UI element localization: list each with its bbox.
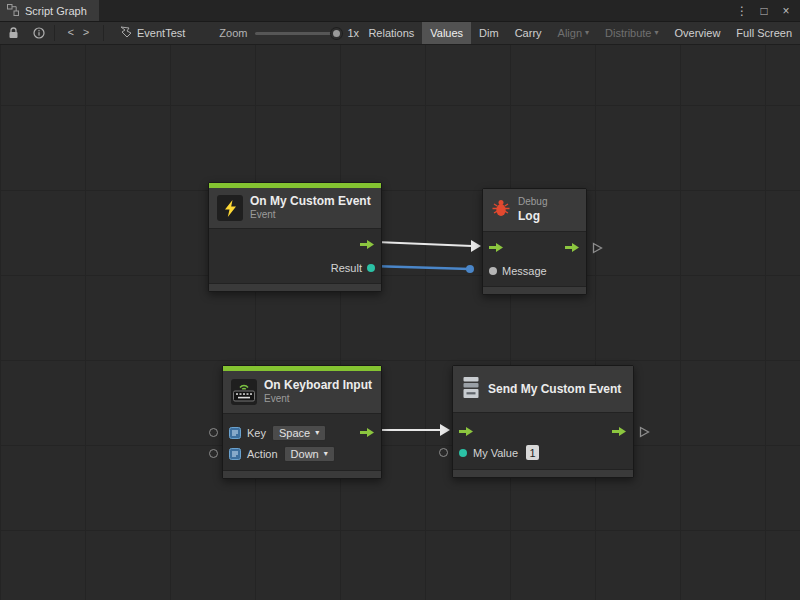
window-menu-icon[interactable]: ⋮ bbox=[733, 2, 751, 20]
node-header: On My Custom Event Event bbox=[209, 188, 381, 228]
node-title: Send My Custom Event bbox=[488, 382, 621, 396]
node-send-my-custom-event[interactable]: Send My Custom Event My Value 1 bbox=[452, 365, 634, 478]
script-graph-icon bbox=[7, 4, 19, 18]
code-view-button[interactable]: < > bbox=[57, 22, 101, 44]
chevron-down-icon: ▾ bbox=[585, 29, 589, 37]
tab-title: Script Graph bbox=[25, 5, 87, 17]
node-footer bbox=[483, 286, 586, 294]
unconnected-flow-indicator[interactable] bbox=[592, 242, 603, 254]
inspect-button[interactable] bbox=[26, 22, 52, 44]
flow-output-port[interactable] bbox=[360, 427, 375, 438]
my-value-input-port[interactable] bbox=[459, 449, 467, 457]
node-footer bbox=[453, 469, 633, 477]
chevron-down-icon: ▾ bbox=[324, 450, 328, 458]
full-screen-button[interactable]: Full Screen bbox=[728, 22, 800, 44]
press-state-type-icon bbox=[229, 448, 241, 460]
flow-output-port[interactable] bbox=[565, 242, 580, 253]
result-output-port[interactable] bbox=[367, 264, 375, 272]
key-port-label: Key bbox=[247, 427, 266, 439]
graph-canvas[interactable] bbox=[0, 45, 800, 600]
carry-button[interactable]: Carry bbox=[507, 22, 550, 44]
node-title: On Keyboard Input bbox=[264, 378, 372, 393]
distribute-button[interactable]: Distribute ▾ bbox=[597, 22, 666, 44]
node-title: Log bbox=[518, 209, 547, 224]
distribute-label: Distribute bbox=[605, 27, 651, 39]
my-value-port-label: My Value bbox=[473, 447, 518, 459]
node-on-keyboard-input[interactable]: On Keyboard Input Event Key Space ▾ Acti… bbox=[222, 365, 382, 479]
message-input-row: Message bbox=[483, 259, 586, 282]
message-input-port[interactable] bbox=[489, 267, 497, 275]
window-titlebar: Script Graph ⋮ □ × bbox=[0, 0, 800, 22]
keycode-type-icon bbox=[229, 427, 241, 439]
zoom-label: Zoom bbox=[219, 27, 247, 39]
node-subtitle: Event bbox=[250, 209, 371, 222]
key-input-row: Key Space ▾ bbox=[223, 422, 381, 443]
message-port-label: Message bbox=[502, 265, 547, 277]
lightning-icon bbox=[217, 195, 243, 221]
toolbar-separator bbox=[54, 25, 55, 41]
zoom-slider[interactable] bbox=[255, 32, 339, 35]
action-port-label: Action bbox=[247, 448, 278, 460]
node-category: Debug bbox=[518, 196, 547, 209]
send-event-icon bbox=[461, 376, 481, 403]
flow-input-port[interactable] bbox=[459, 426, 474, 437]
dim-button[interactable]: Dim bbox=[471, 22, 507, 44]
node-body: Result bbox=[209, 228, 381, 283]
values-button[interactable]: Values bbox=[422, 22, 471, 44]
node-body: Key Space ▾ Action Down ▾ bbox=[223, 413, 381, 470]
action-dropdown-value: Down bbox=[291, 448, 319, 460]
unconnected-flow-indicator[interactable] bbox=[639, 426, 650, 438]
graph-toolbar: < > EventTest Zoom 1x Relations Values D… bbox=[0, 22, 800, 45]
my-value-field[interactable]: 1 bbox=[526, 445, 539, 460]
window-controls: ⋮ □ × bbox=[733, 0, 800, 21]
zoom-cluster: Zoom 1x bbox=[219, 22, 359, 44]
key-dropdown-value: Space bbox=[279, 427, 310, 439]
key-input-port[interactable] bbox=[209, 428, 218, 437]
overview-button[interactable]: Overview bbox=[667, 22, 729, 44]
flow-output-port[interactable] bbox=[612, 426, 627, 437]
my-value-external-port[interactable] bbox=[439, 448, 448, 457]
flow-row bbox=[453, 421, 633, 442]
node-body: My Value 1 bbox=[453, 412, 633, 469]
action-input-port[interactable] bbox=[209, 449, 218, 458]
flow-output-row bbox=[209, 233, 381, 256]
graph-name: EventTest bbox=[137, 27, 185, 39]
keyboard-icon bbox=[231, 379, 257, 405]
key-dropdown[interactable]: Space ▾ bbox=[272, 425, 326, 441]
node-header: Send My Custom Event bbox=[453, 366, 633, 412]
lock-button[interactable] bbox=[0, 22, 26, 44]
action-dropdown[interactable]: Down ▾ bbox=[284, 446, 335, 462]
result-output-row: Result bbox=[209, 256, 381, 279]
chevron-down-icon: ▾ bbox=[655, 29, 659, 37]
my-value-input-row: My Value 1 bbox=[453, 442, 633, 463]
graph-reference[interactable]: EventTest bbox=[112, 22, 193, 44]
zoom-slider-knob[interactable] bbox=[331, 28, 342, 39]
node-body: Message bbox=[483, 231, 586, 286]
align-label: Align bbox=[558, 27, 582, 39]
action-input-row: Action Down ▾ bbox=[223, 443, 381, 464]
lock-icon bbox=[8, 27, 19, 39]
close-icon[interactable]: × bbox=[777, 2, 795, 20]
align-button[interactable]: Align ▾ bbox=[550, 22, 597, 44]
node-header: Debug Log bbox=[483, 189, 586, 231]
tab-script-graph[interactable]: Script Graph bbox=[0, 0, 99, 21]
flow-row bbox=[483, 236, 586, 259]
bug-icon bbox=[491, 198, 511, 222]
maximize-icon[interactable]: □ bbox=[755, 2, 773, 20]
node-title: On My Custom Event bbox=[250, 194, 371, 209]
toolbar-buttons: Relations Values Dim Carry Align ▾ Distr… bbox=[360, 22, 800, 44]
flow-input-port[interactable] bbox=[489, 242, 504, 253]
info-icon bbox=[33, 27, 45, 39]
node-on-my-custom-event[interactable]: On My Custom Event Event Result bbox=[208, 182, 382, 292]
flow-output-port[interactable] bbox=[360, 239, 375, 250]
node-debug-log[interactable]: Debug Log Message bbox=[482, 188, 587, 295]
graph-asset-icon bbox=[120, 26, 132, 40]
chevron-down-icon: ▾ bbox=[315, 429, 319, 437]
node-footer bbox=[223, 470, 381, 478]
node-header: On Keyboard Input Event bbox=[223, 371, 381, 413]
toolbar-separator bbox=[103, 25, 104, 41]
zoom-value: 1x bbox=[347, 27, 359, 39]
relations-button[interactable]: Relations bbox=[360, 22, 422, 44]
node-footer bbox=[209, 283, 381, 291]
node-subtitle: Event bbox=[264, 393, 372, 406]
